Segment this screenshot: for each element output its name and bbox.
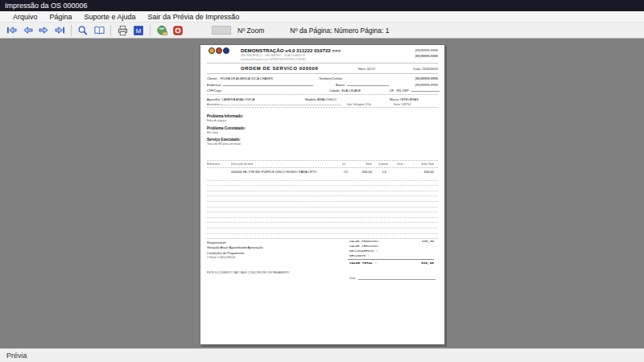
status-bar: Prévia: [0, 348, 644, 362]
status-text: Prévia: [6, 352, 27, 360]
blank-line: [221, 102, 341, 105]
two-pages-button[interactable]: [92, 24, 106, 37]
payment-installments: 1 Vezes 1º(Vez) 630,00: [207, 256, 235, 259]
disclaimer-text: ESTE DOCUMENTO NÃO VALE COMO RECIBO DE P…: [207, 271, 290, 274]
next-page-button[interactable]: [36, 24, 51, 37]
menu-bar: Arquivo Página Suporte e Ajuda Sair da P…: [0, 11, 644, 23]
client-phone: (88)88888-8888: [415, 76, 438, 80]
client-phone-label: - Telefone/Celular: [317, 76, 342, 80]
last-page-icon: [54, 25, 66, 35]
client-uf-cep: UF : RS CEP:: [390, 88, 410, 93]
empty-item-row: [207, 181, 438, 187]
export-word-button[interactable]: M: [131, 24, 146, 37]
empty-item-row: [207, 175, 438, 181]
problem-found-title: Problema Constatado:: [207, 126, 246, 130]
blank-line: [411, 88, 440, 92]
item-description: 000004-HD 1TB WD PURPLE DISCO RIGIDO PAR…: [231, 170, 316, 174]
divider: [207, 94, 438, 95]
title-bar[interactable]: Impressão da OS 000006: [0, 0, 644, 11]
client-district-label: Bairro:: [336, 83, 345, 87]
send-email-button[interactable]: [155, 24, 169, 37]
first-page-button[interactable]: [4, 24, 19, 37]
service-done-title: Serviço Executado:: [207, 138, 241, 142]
company-phone-2: (88)88888-8888: [415, 54, 438, 58]
client-phone-2: (99)99999-9999: [415, 83, 438, 87]
pdf-button[interactable]: [171, 24, 185, 37]
divider: [207, 160, 438, 161]
client-cpf-label: CPF/Cnpj:: [207, 88, 221, 93]
col-descricao: Descrição do Item: [231, 162, 253, 166]
zoom-icon: [77, 25, 89, 36]
col-valor: Valor: [365, 162, 372, 166]
company-address: SEU ENDEREÇO - SEU BAIRRO - SUA CIDADE/U…: [241, 54, 305, 57]
blank-line: [347, 83, 389, 86]
col-un: un: [342, 162, 345, 166]
two-pages-icon: [93, 25, 105, 35]
page-number-label: Nº da Página: Número Página: 1: [290, 27, 389, 35]
service-done-text: Troca do HD para um maior.: [207, 142, 242, 146]
item-total: 630,00: [424, 170, 434, 174]
empty-item-row: [207, 212, 438, 218]
payment-terms-label: Condições de Pagamento:: [207, 251, 245, 255]
displacement-label: DESLOCAMENTO :: [349, 249, 378, 253]
print-button[interactable]: [115, 24, 130, 37]
logo-circle-blue: [223, 47, 229, 54]
client-name: Cliente .: FIUSA DE ALMEIDA JUCA CHAVES: [207, 76, 273, 80]
empty-item-rows: [207, 175, 438, 240]
device-accessories-label: Acessórios :: [207, 103, 221, 106]
empty-item-row: [207, 208, 438, 213]
menu-suporte-e-ajuda[interactable]: Suporte e Ajuda: [85, 13, 136, 21]
current-status: Situação Atual: Aguardando Aprovação: [207, 245, 262, 249]
last-page-button[interactable]: [52, 24, 67, 37]
empty-item-row: [207, 228, 438, 234]
divider: [207, 107, 438, 108]
preview-area[interactable]: DEMONSTRAÇÃO v4.0 311222 010722 >>> SEU …: [0, 39, 644, 348]
zoom-label: Nº Zoom: [237, 27, 264, 35]
document-page: DEMONSTRAÇÃO v4.0 311222 010722 >>> SEU …: [200, 44, 445, 345]
window-title: Impressão da OS 000006: [5, 2, 88, 10]
divider: [207, 238, 438, 239]
responsible-label: Responsável:: [207, 241, 226, 245]
menu-arquivo[interactable]: Arquivo: [13, 13, 38, 21]
prev-page-button[interactable]: [20, 24, 35, 37]
toolbar-separator: [150, 25, 151, 36]
logo-circle-gold: [208, 47, 215, 54]
client-address-label: Endereço:: [207, 83, 221, 87]
divider: [207, 63, 438, 64]
item-quantia: 1,0: [382, 170, 386, 174]
order-title: ORDEM DE SERVICO 000006: [241, 66, 318, 71]
empty-item-row: [207, 223, 438, 228]
total-products-label: VALOR PRODUTOS:: [349, 240, 380, 243]
menu-sair-da-previa[interactable]: Sair da Prévia de Impressão: [148, 13, 240, 21]
first-page-icon: [6, 25, 18, 35]
col-quantia: Quantia: [378, 162, 388, 166]
item-un: UN: [344, 171, 348, 174]
client-city: Cidade: SUA CIDADE: [329, 88, 361, 93]
zoom-input[interactable]: [212, 26, 231, 35]
empty-item-row: [207, 218, 438, 224]
toolbar-separator: [71, 25, 72, 36]
item-valor: 630,00: [362, 170, 372, 174]
empty-item-row: [207, 196, 438, 202]
divider: [207, 167, 438, 168]
device-model: Modelo: ANALOGICO: [305, 97, 336, 101]
prev-page-icon: [22, 25, 34, 35]
device-name: Aparelho: CAMERA ANALOGICA: [207, 97, 254, 101]
zoom-button[interactable]: [76, 24, 90, 37]
next-page-icon: [38, 25, 50, 35]
blank-line: [358, 277, 436, 280]
device-brand: Marca: INTELBRAS: [390, 97, 419, 101]
discount-label: DESCONTO :: [349, 254, 369, 257]
toolbar: M Nº Zoom Nº da Página: Número Página: 1: [0, 23, 644, 39]
divider: [207, 73, 438, 74]
problem-reported-text: Falta de espaço: [207, 119, 226, 122]
menu-pagina[interactable]: Página: [50, 13, 72, 21]
total-services-label: VALOR SERVICOS:: [349, 245, 380, 248]
send-email-icon: [156, 25, 168, 36]
divider: [348, 259, 434, 260]
order-time: Hora: 02:57: [358, 67, 375, 71]
device-info: Info: Voltagem 220v: [347, 103, 371, 106]
col-desc: Desc.: [397, 162, 404, 166]
total-products-value: 630,00: [422, 240, 434, 243]
col-valor-total: Valor Total: [421, 162, 434, 166]
